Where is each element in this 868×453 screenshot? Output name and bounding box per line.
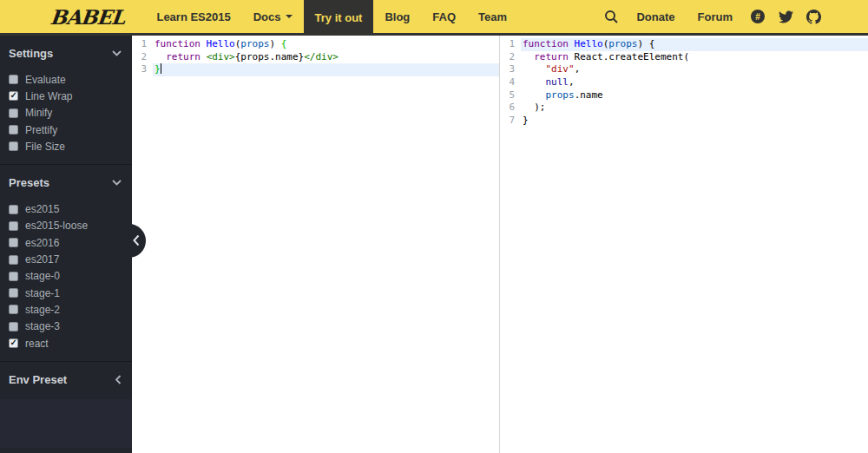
code-token: </div> [304, 51, 339, 62]
section-title: Settings [9, 47, 53, 60]
env-preset-body [0, 399, 132, 448]
nav-label: Learn ES2015 [156, 10, 230, 23]
checkbox-item-stage-0[interactable]: stage-0 [0, 268, 132, 285]
checkbox-item-minify[interactable]: Minify [0, 105, 132, 121]
code-token: } [155, 63, 161, 75]
checkbox-checked[interactable] [9, 338, 18, 348]
babel-logo[interactable]: BABEL [0, 0, 147, 33]
code-token: null [546, 76, 569, 88]
source-code-editor[interactable]: 1function Hello(props) {2 return <div>{p… [132, 36, 500, 453]
code-content: "div", [521, 63, 868, 76]
code-content: return <div>{props.name}</div> [153, 51, 499, 64]
sidebar-collapse-handle[interactable] [112, 224, 146, 258]
chevron-down-icon [112, 50, 122, 56]
checkbox-item-prettify[interactable]: Prettify [0, 121, 132, 138]
checkbox-unchecked[interactable] [9, 305, 18, 314]
checkbox-unchecked[interactable] [9, 322, 18, 332]
nav-learn-es2015[interactable]: Learn ES2015 [145, 0, 241, 33]
checkbox-unchecked[interactable] [9, 288, 18, 298]
checkbox-label: es2017 [25, 253, 59, 266]
nav-label: Team [478, 10, 507, 23]
line-number: 6 [500, 102, 521, 115]
navbar: BABEL Learn ES2015DocsTry it outBlogFAQT… [0, 0, 868, 36]
checkbox-checked[interactable] [9, 91, 18, 101]
checkbox-item-file-size[interactable]: File Size [0, 138, 132, 154]
checkbox-label: stage-1 [25, 287, 60, 299]
code-line: 1function Hello(props) { [132, 38, 499, 51]
code-token: {props.name} [235, 51, 304, 62]
sidebar-section-header-env-preset[interactable]: Env Preset [0, 373, 132, 397]
line-number: 1 [500, 38, 521, 51]
code-content: } [153, 63, 499, 76]
sidebar-section-header-presets[interactable]: Presets [0, 176, 132, 200]
slack-icon[interactable]: # [748, 7, 767, 26]
checkbox-unchecked[interactable] [9, 205, 18, 214]
checkbox-item-evaluate[interactable]: Evaluate [0, 71, 132, 88]
checkbox-item-es2015-loose[interactable]: es2015-loose [0, 218, 132, 234]
code-token [569, 38, 575, 49]
line-number: 4 [500, 76, 521, 89]
checkbox-label: stage-3 [25, 320, 60, 332]
compiled-output-pane[interactable]: 1function Hello(props) {2 return React.c… [500, 36, 868, 453]
code-token: { [281, 38, 287, 49]
sidebar-section-header-settings[interactable]: Settings [0, 47, 132, 71]
checkbox-item-line-wrap[interactable]: Line Wrap [0, 88, 132, 104]
code-token: .name [575, 89, 603, 101]
code-token [523, 51, 534, 62]
navbar-right: Donate Forum # [602, 0, 868, 33]
forum-link[interactable]: Forum [691, 10, 740, 23]
chevron-down-icon [112, 180, 122, 186]
checkbox-unchecked[interactable] [9, 75, 18, 84]
nav-team[interactable]: Team [467, 0, 518, 33]
chevron-left-icon [115, 375, 122, 384]
checkbox-item-stage-2[interactable]: stage-2 [0, 301, 132, 318]
code-content: } [521, 115, 868, 128]
line-number: 3 [500, 63, 521, 76]
code-token: Hello [207, 38, 235, 49]
checkbox-item-react[interactable]: react [0, 335, 132, 351]
code-content: ); [521, 102, 868, 115]
editor-panes: 1function Hello(props) {2 return <div>{p… [132, 36, 868, 453]
checkbox-unchecked[interactable] [9, 108, 18, 118]
caret-down-icon [286, 15, 293, 18]
nav-docs[interactable]: Docs [242, 0, 304, 33]
checkbox-unchecked[interactable] [9, 125, 18, 135]
code-token [201, 51, 207, 62]
code-line: 1function Hello(props) { [500, 38, 868, 51]
checkbox-unchecked[interactable] [9, 238, 18, 247]
checkbox-label: es2015 [25, 203, 59, 215]
twitter-icon[interactable] [776, 7, 795, 26]
checkbox-label: es2015-loose [25, 220, 88, 232]
section-title: Presets [9, 176, 49, 189]
code-token: props [240, 38, 269, 49]
code-token: props [608, 38, 637, 49]
checkbox-item-stage-1[interactable]: stage-1 [0, 285, 132, 301]
github-icon[interactable] [804, 7, 823, 26]
nav-label: Docs [253, 10, 281, 23]
checkbox-item-es2017[interactable]: es2017 [0, 251, 132, 267]
checkbox-label: es2016 [25, 237, 59, 249]
donate-link[interactable]: Donate [629, 10, 681, 23]
checkbox-unchecked[interactable] [9, 272, 18, 281]
checkbox-unchecked[interactable] [9, 141, 18, 151]
checkbox-unchecked[interactable] [9, 255, 18, 265]
code-line: 4 null, [500, 76, 868, 89]
code-token: } [523, 115, 529, 126]
code-token: function [155, 38, 201, 49]
checkbox-item-es2015[interactable]: es2015 [0, 200, 132, 217]
code-line: 3 "div", [500, 63, 868, 76]
code-line: 3} [132, 63, 499, 76]
checkbox-unchecked[interactable] [9, 221, 18, 231]
code-line: 6 ); [500, 102, 868, 115]
checkbox-label: Prettify [25, 124, 57, 136]
nav-blog[interactable]: Blog [373, 0, 421, 33]
code-token: , [575, 63, 581, 75]
search-icon[interactable] [602, 7, 621, 26]
nav-try-it-out[interactable]: Try it out [304, 0, 374, 36]
sidebar-section-presets: Presetses2015es2015-loosees2016es2017sta… [0, 165, 132, 362]
checkbox-label: Minify [25, 107, 52, 119]
line-number: 5 [500, 89, 521, 102]
nav-faq[interactable]: FAQ [421, 0, 467, 33]
line-number: 2 [500, 51, 521, 64]
checkbox-item-stage-3[interactable]: stage-3 [0, 318, 132, 335]
